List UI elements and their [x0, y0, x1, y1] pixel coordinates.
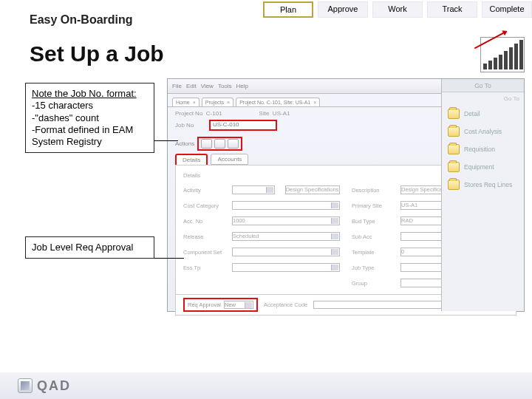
logo-text: QAD	[37, 378, 71, 394]
step-plan[interactable]: Plan	[263, 1, 313, 18]
qad-logo: QAD	[18, 378, 71, 394]
release-field[interactable]: Scheduled	[232, 232, 340, 241]
job-no-label: Job No	[175, 122, 205, 129]
step-work[interactable]: Work	[372, 1, 423, 18]
step-approve[interactable]: Approve	[318, 1, 368, 18]
callout-job-level-req: Job Level Req Approval	[25, 236, 154, 259]
folder-icon	[448, 162, 460, 172]
callout1-heading: Note the Job No. format:	[32, 88, 148, 100]
tab-projects[interactable]: Projects×	[202, 98, 233, 106]
activity-desc-field[interactable]: Design Specifications	[285, 185, 340, 194]
menu-edit[interactable]: Edit	[186, 83, 197, 89]
action-buttons	[197, 137, 242, 151]
subtab-details[interactable]: Details	[175, 154, 208, 165]
tab-home[interactable]: Home×	[172, 98, 200, 106]
goto-equipment[interactable]: Equipment	[442, 158, 524, 176]
growth-chart-icon	[480, 37, 525, 72]
process-steps: Plan Approve Work Track Complete	[259, 1, 532, 18]
activity-field[interactable]	[232, 185, 275, 194]
menu-help[interactable]: Help	[236, 83, 248, 89]
step-complete[interactable]: Complete	[482, 1, 532, 18]
eam-app-window: File Edit View Tools Help Home× Projects…	[167, 78, 525, 312]
action-save-icon[interactable]	[201, 139, 212, 149]
goto-stores-req-lines[interactable]: Stores Req Lines	[442, 176, 524, 194]
job-no-field[interactable]: US-C-010	[209, 120, 277, 131]
cost-category-field[interactable]	[232, 201, 340, 210]
subtab-accounts[interactable]: Accounts	[211, 154, 248, 165]
tab-project-detail[interactable]: Project No. C-101, Site: US-A1×	[236, 98, 320, 106]
callout1-line1: -15 characters	[32, 100, 148, 112]
folder-icon	[448, 144, 460, 154]
action-refresh-icon[interactable]	[228, 139, 239, 149]
menu-file[interactable]: File	[172, 83, 182, 89]
side-header: Go To	[442, 92, 524, 105]
action-delete-icon[interactable]	[214, 139, 225, 149]
footer-bar: QAD	[0, 372, 532, 399]
page-title: Set Up a Job	[30, 41, 164, 66]
brand-title: Easy On-Boarding	[30, 13, 133, 27]
ess-tp-field[interactable]	[232, 263, 340, 272]
menu-view[interactable]: View	[201, 83, 214, 89]
callout1-line2: -"dashes" count	[32, 112, 148, 124]
callout1-line3: -Format defined in EAM System Registry	[32, 124, 148, 149]
goto-cost-analysis[interactable]: Cost Analysis	[442, 123, 524, 140]
connector-line-2	[154, 258, 184, 259]
req-approval-box: Req Approval New	[183, 298, 258, 312]
callout-job-no-format: Note the Job No. format: -15 characters …	[25, 83, 154, 153]
actions-label: Actions	[175, 140, 194, 147]
goto-detail[interactable]: Detail	[442, 105, 524, 123]
folder-icon	[448, 109, 460, 119]
goto-requisition[interactable]: Requisition	[442, 140, 524, 158]
side-tab[interactable]: Go To	[442, 79, 524, 92]
acc-no-field[interactable]: 1000	[232, 216, 340, 225]
step-track[interactable]: Track	[427, 1, 477, 18]
req-approval-field[interactable]: New	[224, 301, 253, 309]
component-set-field[interactable]	[232, 248, 340, 256]
logo-mark-icon	[18, 378, 33, 393]
goto-side-panel: Go To Go To Detail Cost Analysis Requisi…	[441, 79, 524, 311]
folder-icon	[448, 180, 460, 190]
folder-icon	[448, 126, 460, 137]
connector-line-1	[154, 140, 178, 141]
menu-tools[interactable]: Tools	[218, 83, 232, 89]
